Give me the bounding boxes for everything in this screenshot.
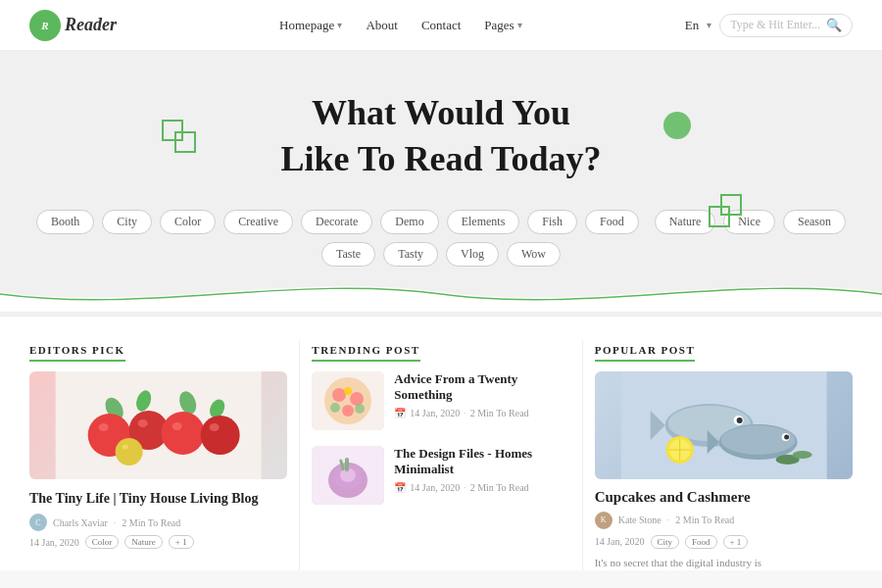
- svg-point-11: [172, 422, 182, 430]
- trending-title-1[interactable]: Advice From a Twenty Something: [394, 371, 569, 405]
- popular-city-badge[interactable]: City: [651, 535, 680, 549]
- svg-point-38: [784, 434, 789, 439]
- svg-point-13: [116, 438, 143, 466]
- search-placeholder: Type & Hit Enter...: [730, 18, 820, 32]
- popular-read-time: 2 Min To Read: [675, 514, 734, 525]
- nav-about[interactable]: About: [366, 18, 398, 33]
- svg-point-21: [355, 404, 365, 414]
- popular-author-avatar: K: [595, 512, 612, 529]
- tag-food[interactable]: Food: [585, 210, 639, 234]
- tag-booth[interactable]: Booth: [36, 210, 94, 234]
- popular-date: 14 Jan, 2020: [595, 536, 645, 547]
- tag-creative[interactable]: Creative: [223, 210, 293, 234]
- tag-taste[interactable]: Taste: [321, 242, 375, 267]
- popular-food-badge[interactable]: Food: [685, 535, 717, 549]
- trending-title-2[interactable]: The Design Files - Homes Minimalist: [394, 446, 569, 479]
- trending-item-1: Advice From a Twenty Something 📅 14 Jan,…: [312, 371, 569, 430]
- search-box[interactable]: Type & Hit Enter... 🔍: [719, 14, 853, 37]
- svg-point-17: [332, 388, 346, 402]
- popular-post-tags: 14 Jan, 2020 City Food + 1: [595, 535, 853, 549]
- svg-point-33: [736, 417, 742, 423]
- tag-city[interactable]: City: [102, 210, 152, 234]
- popular-post-title: POPULAR POST: [595, 344, 696, 362]
- svg-point-14: [122, 444, 128, 449]
- editors-pick-title: EDITORS PICK: [29, 344, 125, 362]
- hero-heading: What Would You Like To Read Today?: [20, 90, 862, 182]
- deco-box-2: [174, 131, 196, 153]
- color-badge[interactable]: Color: [85, 535, 120, 549]
- svg-point-7: [162, 412, 205, 455]
- svg-point-18: [350, 392, 364, 406]
- trending-post-section: TRENDING POST Advice From a Twenty Somet…: [300, 340, 581, 571]
- svg-point-45: [792, 451, 811, 459]
- trending-cal-icon-2: 📅: [394, 482, 406, 493]
- tag-color[interactable]: Color: [160, 210, 216, 234]
- svg-point-12: [210, 423, 220, 431]
- chevron-icon: ▾: [337, 20, 342, 30]
- trending-image-1: [312, 371, 384, 430]
- editors-pick-card-title[interactable]: The Tiny Life | Tiny House Living Blog: [29, 489, 287, 509]
- chevron-icon: ▾: [517, 20, 522, 30]
- trending-meta-2: 📅 14 Jan, 2020 · 2 Min To Read: [394, 482, 569, 493]
- read-time: 2 Min To Read: [122, 517, 180, 528]
- logo-text: Reader: [65, 15, 117, 35]
- nav-contact[interactable]: Contact: [421, 18, 461, 33]
- tag-demo[interactable]: Demo: [380, 210, 438, 234]
- popular-more-badge[interactable]: + 1: [723, 535, 749, 549]
- hero-section: What Would You Like To Read Today? Booth…: [0, 51, 882, 316]
- hero-wave: [0, 272, 882, 316]
- editors-pick-image: [29, 371, 287, 479]
- svg-point-19: [342, 405, 354, 416]
- editors-pick-tags: 14 Jan, 2020 Color Nature + 1: [29, 535, 287, 549]
- logo-icon: R: [29, 10, 61, 41]
- tag-elements[interactable]: Elements: [447, 210, 520, 234]
- popular-post-card-title[interactable]: Cupcakes and Cashmere: [595, 489, 853, 506]
- deco-ball: [663, 112, 691, 139]
- search-icon[interactable]: 🔍: [826, 18, 842, 33]
- editors-pick-meta: C Charls Xaviar · 2 Min To Read: [29, 514, 287, 531]
- more-badge[interactable]: + 1: [169, 535, 194, 549]
- tag-season[interactable]: Season: [783, 210, 846, 234]
- content-row: EDITORS PICK: [0, 316, 882, 571]
- post-date: 14 Jan, 2020: [29, 537, 79, 548]
- tag-fish[interactable]: Fish: [527, 210, 577, 234]
- trending-item-2: The Design Files - Homes Minimalist 📅 14…: [312, 446, 569, 505]
- svg-rect-27: [345, 458, 349, 471]
- trending-cal-icon: 📅: [394, 408, 406, 418]
- nav-homepage[interactable]: Homepage ▾: [279, 18, 342, 33]
- nav-right: En ▾ Type & Hit Enter... 🔍: [685, 14, 853, 37]
- author-avatar: C: [29, 514, 47, 531]
- tag-decorate[interactable]: Decorate: [301, 210, 372, 234]
- tag-list: Booth City Color Creative Decorate Demo …: [20, 210, 862, 267]
- popular-post-image: [595, 371, 853, 479]
- svg-point-20: [330, 403, 340, 413]
- author-name: Charls Xaviar: [53, 517, 108, 528]
- popular-post-description: It's no secret that the digital industry…: [595, 555, 853, 571]
- tag-nature[interactable]: Nature: [655, 210, 716, 234]
- popular-author-name: Kate Stone: [618, 514, 662, 525]
- nature-badge[interactable]: Nature: [124, 535, 163, 549]
- svg-point-8: [201, 416, 240, 455]
- trending-info-2: The Design Files - Homes Minimalist 📅 14…: [394, 446, 569, 494]
- svg-point-22: [344, 387, 352, 395]
- tag-vlog[interactable]: Vlog: [446, 242, 499, 267]
- svg-point-10: [138, 419, 148, 427]
- editors-pick-section: EDITORS PICK: [29, 340, 299, 571]
- svg-point-9: [99, 423, 109, 431]
- trending-meta-1: 📅 14 Jan, 2020 · 2 Min To Read: [394, 408, 569, 418]
- trending-info-1: Advice From a Twenty Something 📅 14 Jan,…: [394, 371, 569, 419]
- trending-post-title: TRENDING POST: [312, 344, 419, 362]
- language-selector[interactable]: En: [685, 18, 699, 33]
- nav-pages[interactable]: Pages ▾: [484, 18, 521, 33]
- trending-image-2: [312, 446, 384, 505]
- svg-point-16: [324, 377, 371, 424]
- logo[interactable]: R Reader: [29, 10, 117, 41]
- deco-box-6: [720, 194, 742, 216]
- nav-links: Homepage ▾ About Contact Pages ▾: [279, 18, 522, 33]
- tag-tasty[interactable]: Tasty: [383, 242, 438, 267]
- popular-post-author-meta: K Kate Stone · 2 Min To Read: [595, 512, 853, 529]
- popular-post-section: POPULAR POST: [583, 340, 853, 571]
- tag-wow[interactable]: Wow: [507, 242, 561, 267]
- lang-chevron-icon: ▾: [707, 20, 711, 30]
- navbar: R Reader Homepage ▾ About Contact Pages …: [0, 0, 882, 51]
